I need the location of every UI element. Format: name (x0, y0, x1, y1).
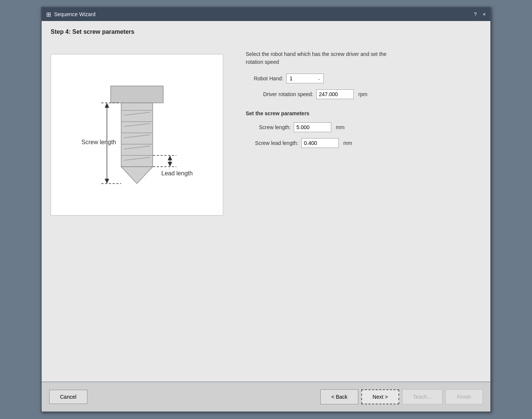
content-area: Step 4: Set screw parameters (42, 21, 490, 381)
main-layout: Screw length Lead length Select the robo… (51, 47, 481, 216)
robot-hand-value: 1 (290, 75, 293, 81)
svg-marker-12 (121, 167, 153, 184)
bottom-bar: Cancel < Back Next > Teach... Finish (42, 381, 490, 411)
driver-speed-unit: rpm (358, 91, 367, 97)
svg-marker-17 (105, 179, 109, 184)
screw-lead-unit: mm (343, 140, 352, 146)
screw-length-input[interactable] (294, 122, 331, 132)
main-window: ⊞ Sequence Wizard ? × Step 4: Set screw … (41, 7, 491, 412)
svg-marker-21 (168, 155, 172, 160)
svg-marker-16 (105, 103, 109, 108)
window-title: Sequence Wizard (54, 11, 96, 17)
title-bar-controls: ? × (474, 11, 486, 17)
close-button[interactable]: × (483, 11, 486, 17)
screw-svg: Screw length Lead length (66, 63, 208, 206)
teach-button[interactable]: Teach... (402, 389, 442, 404)
step-title: Step 4: Set screw parameters (51, 29, 481, 35)
screw-length-text: Screw length (81, 139, 116, 145)
finish-button[interactable]: Finish (445, 389, 483, 404)
screw-diagram: Screw length Lead length (51, 54, 223, 216)
title-bar: ⊞ Sequence Wizard ? × (42, 8, 490, 21)
window-icon: ⊞ (46, 11, 51, 18)
back-button[interactable]: < Back (320, 389, 358, 404)
robot-hand-dropdown[interactable]: 1 ⌄ (286, 74, 324, 83)
screw-lead-row: Screw lead length: mm (246, 138, 481, 148)
screw-lead-label: Screw lead length: (246, 140, 298, 146)
screw-params-subtitle: Set the screw parameters (246, 110, 481, 116)
screw-length-row: Screw length: mm (246, 122, 481, 132)
cancel-button[interactable]: Cancel (49, 390, 87, 404)
svg-rect-0 (111, 86, 163, 103)
screw-length-label: Screw length: (246, 124, 291, 130)
svg-marker-22 (168, 162, 172, 167)
robot-hand-label: Robot Hand: (246, 75, 283, 81)
driver-speed-row: Driver rotation speed: rpm (246, 89, 481, 99)
help-button[interactable]: ? (474, 11, 477, 17)
screw-lead-input[interactable] (301, 138, 339, 148)
robot-hand-row: Robot Hand: 1 ⌄ (246, 74, 481, 83)
section-description: Select the robot hand which has the scre… (246, 50, 396, 66)
lead-length-text: Lead length (161, 170, 193, 176)
bottom-right-buttons: < Back Next > Teach... Finish (320, 389, 483, 404)
title-bar-left: ⊞ Sequence Wizard (46, 11, 96, 18)
screw-length-unit: mm (336, 124, 344, 130)
right-panel: Select the robot hand which has the scre… (246, 47, 481, 154)
driver-speed-input[interactable] (316, 89, 354, 99)
next-button[interactable]: Next > (361, 389, 399, 404)
driver-speed-label: Driver rotation speed: (246, 91, 313, 97)
chevron-down-icon: ⌄ (317, 77, 320, 81)
